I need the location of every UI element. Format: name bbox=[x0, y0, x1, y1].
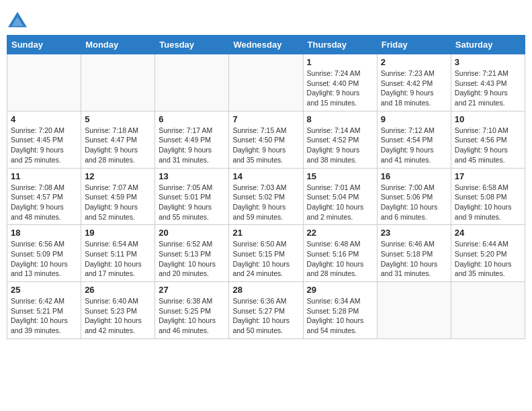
calendar-cell: 19Sunrise: 6:54 AM Sunset: 5:11 PM Dayli… bbox=[81, 225, 155, 282]
day-info: Sunrise: 7:21 AM Sunset: 4:43 PM Dayligh… bbox=[455, 68, 521, 108]
day-number: 16 bbox=[381, 171, 447, 181]
week-row-2: 11Sunrise: 7:08 AM Sunset: 4:57 PM Dayli… bbox=[7, 168, 525, 225]
day-info: Sunrise: 7:24 AM Sunset: 4:40 PM Dayligh… bbox=[307, 68, 373, 108]
day-number: 7 bbox=[232, 114, 299, 124]
day-info: Sunrise: 7:20 AM Sunset: 4:45 PM Dayligh… bbox=[11, 126, 77, 165]
day-number: 2 bbox=[381, 57, 447, 67]
day-info: Sunrise: 7:14 AM Sunset: 4:52 PM Dayligh… bbox=[307, 126, 373, 165]
day-number: 11 bbox=[11, 171, 77, 181]
day-info: Sunrise: 6:46 AM Sunset: 5:18 PM Dayligh… bbox=[381, 239, 447, 279]
day-info: Sunrise: 6:54 AM Sunset: 5:11 PM Dayligh… bbox=[85, 239, 151, 279]
calendar-cell: 23Sunrise: 6:46 AM Sunset: 5:18 PM Dayli… bbox=[377, 225, 451, 282]
day-number: 26 bbox=[85, 285, 151, 295]
day-number: 3 bbox=[455, 57, 521, 67]
day-number: 17 bbox=[455, 171, 521, 181]
weekday-header-sunday: Sunday bbox=[7, 36, 81, 54]
calendar-cell: 2Sunrise: 7:23 AM Sunset: 4:42 PM Daylig… bbox=[377, 54, 451, 111]
day-number: 10 bbox=[455, 114, 521, 124]
day-info: Sunrise: 7:12 AM Sunset: 4:54 PM Dayligh… bbox=[381, 126, 447, 165]
day-number: 19 bbox=[85, 228, 151, 238]
calendar-cell: 28Sunrise: 6:36 AM Sunset: 5:27 PM Dayli… bbox=[229, 282, 303, 339]
day-info: Sunrise: 7:23 AM Sunset: 4:42 PM Dayligh… bbox=[381, 68, 447, 108]
day-number: 9 bbox=[381, 114, 447, 124]
calendar-cell: 5Sunrise: 7:18 AM Sunset: 4:47 PM Daylig… bbox=[81, 111, 155, 168]
calendar-cell: 9Sunrise: 7:12 AM Sunset: 4:54 PM Daylig… bbox=[377, 111, 451, 168]
calendar-cell: 29Sunrise: 6:34 AM Sunset: 5:28 PM Dayli… bbox=[303, 282, 377, 339]
logo bbox=[7, 11, 31, 30]
calendar-cell: 13Sunrise: 7:05 AM Sunset: 5:01 PM Dayli… bbox=[155, 168, 229, 225]
day-number: 27 bbox=[159, 285, 225, 295]
calendar-cell: 17Sunrise: 6:58 AM Sunset: 5:08 PM Dayli… bbox=[451, 168, 525, 225]
day-number: 28 bbox=[232, 285, 299, 295]
day-info: Sunrise: 6:44 AM Sunset: 5:20 PM Dayligh… bbox=[455, 239, 521, 279]
day-info: Sunrise: 6:40 AM Sunset: 5:23 PM Dayligh… bbox=[85, 296, 151, 336]
calendar-cell: 8Sunrise: 7:14 AM Sunset: 4:52 PM Daylig… bbox=[303, 111, 377, 168]
calendar-cell: 24Sunrise: 6:44 AM Sunset: 5:20 PM Dayli… bbox=[451, 225, 525, 282]
calendar-cell: 15Sunrise: 7:01 AM Sunset: 5:04 PM Dayli… bbox=[303, 168, 377, 225]
day-info: Sunrise: 7:08 AM Sunset: 4:57 PM Dayligh… bbox=[11, 183, 77, 222]
day-info: Sunrise: 7:01 AM Sunset: 5:04 PM Dayligh… bbox=[307, 183, 373, 222]
day-number: 6 bbox=[159, 114, 225, 124]
header bbox=[7, 7, 525, 30]
calendar-cell bbox=[155, 54, 229, 111]
day-info: Sunrise: 7:03 AM Sunset: 5:02 PM Dayligh… bbox=[232, 183, 299, 222]
day-number: 24 bbox=[455, 228, 521, 238]
day-number: 23 bbox=[381, 228, 447, 238]
day-number: 13 bbox=[159, 171, 225, 181]
calendar-cell: 20Sunrise: 6:52 AM Sunset: 5:13 PM Dayli… bbox=[155, 225, 229, 282]
day-number: 1 bbox=[307, 57, 373, 67]
day-number: 25 bbox=[11, 285, 77, 295]
calendar-cell bbox=[377, 282, 451, 339]
day-number: 14 bbox=[232, 171, 299, 181]
weekday-header-thursday: Thursday bbox=[303, 36, 377, 54]
calendar-cell bbox=[81, 54, 155, 111]
day-number: 4 bbox=[11, 114, 77, 124]
calendar-cell: 6Sunrise: 7:17 AM Sunset: 4:49 PM Daylig… bbox=[155, 111, 229, 168]
calendar-cell: 25Sunrise: 6:42 AM Sunset: 5:21 PM Dayli… bbox=[7, 282, 81, 339]
weekday-header-tuesday: Tuesday bbox=[155, 36, 229, 54]
day-info: Sunrise: 6:48 AM Sunset: 5:16 PM Dayligh… bbox=[307, 239, 373, 279]
weekday-header-wednesday: Wednesday bbox=[229, 36, 303, 54]
day-info: Sunrise: 7:17 AM Sunset: 4:49 PM Dayligh… bbox=[159, 126, 225, 165]
calendar-cell: 10Sunrise: 7:10 AM Sunset: 4:56 PM Dayli… bbox=[451, 111, 525, 168]
calendar-cell: 22Sunrise: 6:48 AM Sunset: 5:16 PM Dayli… bbox=[303, 225, 377, 282]
day-number: 21 bbox=[232, 228, 299, 238]
weekday-header-monday: Monday bbox=[81, 36, 155, 54]
calendar-cell: 12Sunrise: 7:07 AM Sunset: 4:59 PM Dayli… bbox=[81, 168, 155, 225]
day-info: Sunrise: 7:07 AM Sunset: 4:59 PM Dayligh… bbox=[85, 183, 151, 222]
calendar-cell: 7Sunrise: 7:15 AM Sunset: 4:50 PM Daylig… bbox=[229, 111, 303, 168]
calendar-cell bbox=[7, 54, 81, 111]
calendar-cell: 4Sunrise: 7:20 AM Sunset: 4:45 PM Daylig… bbox=[7, 111, 81, 168]
day-number: 29 bbox=[307, 285, 373, 295]
day-number: 12 bbox=[85, 171, 151, 181]
day-info: Sunrise: 6:58 AM Sunset: 5:08 PM Dayligh… bbox=[455, 183, 521, 222]
day-info: Sunrise: 6:56 AM Sunset: 5:09 PM Dayligh… bbox=[11, 239, 77, 279]
calendar-cell: 3Sunrise: 7:21 AM Sunset: 4:43 PM Daylig… bbox=[451, 54, 525, 111]
day-number: 8 bbox=[307, 114, 373, 124]
day-info: Sunrise: 6:52 AM Sunset: 5:13 PM Dayligh… bbox=[159, 239, 225, 279]
day-number: 22 bbox=[307, 228, 373, 238]
day-info: Sunrise: 6:34 AM Sunset: 5:28 PM Dayligh… bbox=[307, 296, 373, 336]
week-row-1: 4Sunrise: 7:20 AM Sunset: 4:45 PM Daylig… bbox=[7, 111, 525, 168]
calendar: SundayMondayTuesdayWednesdayThursdayFrid… bbox=[7, 35, 525, 339]
day-info: Sunrise: 6:42 AM Sunset: 5:21 PM Dayligh… bbox=[11, 296, 77, 336]
weekday-header-friday: Friday bbox=[377, 36, 451, 54]
day-number: 15 bbox=[307, 171, 373, 181]
calendar-cell bbox=[451, 282, 525, 339]
calendar-cell: 26Sunrise: 6:40 AM Sunset: 5:23 PM Dayli… bbox=[81, 282, 155, 339]
logo-icon bbox=[7, 11, 28, 30]
day-info: Sunrise: 7:15 AM Sunset: 4:50 PM Dayligh… bbox=[232, 126, 299, 165]
week-row-0: 1Sunrise: 7:24 AM Sunset: 4:40 PM Daylig… bbox=[7, 54, 525, 111]
calendar-cell: 11Sunrise: 7:08 AM Sunset: 4:57 PM Dayli… bbox=[7, 168, 81, 225]
calendar-cell bbox=[229, 54, 303, 111]
day-info: Sunrise: 7:00 AM Sunset: 5:06 PM Dayligh… bbox=[381, 183, 447, 222]
day-info: Sunrise: 7:05 AM Sunset: 5:01 PM Dayligh… bbox=[159, 183, 225, 222]
weekday-header-saturday: Saturday bbox=[451, 36, 525, 54]
calendar-cell: 14Sunrise: 7:03 AM Sunset: 5:02 PM Dayli… bbox=[229, 168, 303, 225]
day-info: Sunrise: 7:18 AM Sunset: 4:47 PM Dayligh… bbox=[85, 126, 151, 165]
week-row-4: 25Sunrise: 6:42 AM Sunset: 5:21 PM Dayli… bbox=[7, 282, 525, 339]
weekday-header-row: SundayMondayTuesdayWednesdayThursdayFrid… bbox=[7, 36, 525, 54]
calendar-cell: 16Sunrise: 7:00 AM Sunset: 5:06 PM Dayli… bbox=[377, 168, 451, 225]
day-number: 18 bbox=[11, 228, 77, 238]
calendar-cell: 18Sunrise: 6:56 AM Sunset: 5:09 PM Dayli… bbox=[7, 225, 81, 282]
